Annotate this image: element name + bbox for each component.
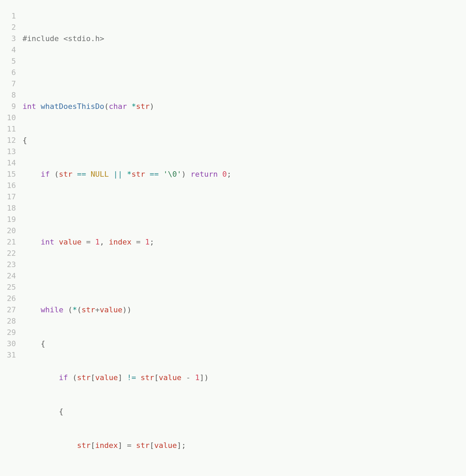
code-line: index++;	[18, 474, 232, 476]
code-lines: #include <stdio.h> int whatDoesThisDo(ch…	[18, 10, 232, 476]
paren: )	[204, 373, 209, 382]
operator: ==	[150, 170, 159, 178]
line-number: 17	[7, 191, 16, 202]
identifier: index	[95, 441, 118, 450]
line-number: 11	[7, 123, 16, 135]
keyword: while	[41, 305, 63, 314]
line-number: 3	[7, 33, 16, 44]
line-number: 29	[7, 327, 16, 338]
line-number-gutter: 1 2 3 4 5 6 7 8 9 10 11 12 13 14 15 16 1…	[7, 10, 18, 476]
code-line: #include <stdio.h>	[18, 33, 232, 44]
code-line	[18, 270, 232, 281]
line-number: 1	[7, 10, 16, 22]
bracket: [	[90, 373, 95, 382]
comma: ,	[100, 238, 104, 246]
operator: =	[86, 238, 90, 246]
code-line: while (*(str+value))	[18, 304, 232, 315]
identifier: str	[132, 170, 145, 178]
operator: *	[132, 102, 136, 111]
identifier: value	[159, 373, 181, 382]
bracket: ]	[118, 373, 122, 382]
code-line: if (str[value] != str[value - 1])	[18, 372, 232, 383]
code-line: {	[18, 406, 232, 417]
keyword: char	[109, 102, 127, 111]
code-line	[18, 67, 232, 78]
bracket: [	[150, 441, 154, 450]
bracket: [	[154, 373, 159, 382]
identifier: str	[77, 373, 91, 382]
paren: (	[72, 373, 77, 382]
identifier: str	[140, 373, 154, 382]
identifier: str	[82, 305, 95, 314]
line-number: 13	[7, 146, 16, 157]
number: 0	[222, 170, 227, 178]
operator: ||	[113, 170, 123, 178]
constant: NULL	[90, 170, 109, 178]
bracket: ]	[199, 373, 204, 382]
line-number: 23	[7, 259, 16, 270]
code-line: int whatDoesThisDo(char *str)	[18, 101, 232, 112]
keyword: return	[191, 170, 218, 178]
keyword: int	[23, 102, 36, 111]
number: 1	[95, 238, 100, 246]
bracket: ]	[177, 441, 181, 450]
semicolon: ;	[227, 170, 231, 178]
line-number: 20	[7, 225, 16, 236]
code-line: str[index] = str[value];	[18, 440, 232, 451]
paren: (	[104, 102, 109, 111]
brace: {	[59, 407, 63, 416]
identifier: value	[95, 373, 118, 382]
code-line	[18, 202, 232, 214]
line-number: 9	[7, 101, 16, 112]
identifier: str	[59, 170, 73, 178]
operator: -	[186, 373, 191, 382]
number: 1	[145, 238, 149, 246]
identifier: value	[59, 238, 82, 246]
paren: )	[150, 102, 154, 111]
line-number: 10	[7, 112, 16, 123]
paren: )	[181, 170, 186, 178]
line-number: 7	[7, 78, 16, 89]
line-number: 27	[7, 304, 16, 315]
line-number: 30	[7, 338, 16, 349]
line-number: 31	[7, 349, 16, 361]
code-line: int value = 1, index = 1;	[18, 236, 232, 248]
keyword: int	[41, 238, 54, 246]
paren: (	[68, 305, 72, 314]
line-number: 4	[7, 44, 16, 55]
identifier: value	[154, 441, 177, 450]
line-number: 16	[7, 180, 16, 191]
code-line: {	[18, 135, 232, 146]
identifier: value	[100, 305, 122, 314]
line-number: 22	[7, 248, 16, 259]
char-literal: '\0'	[163, 170, 181, 178]
operator: =	[136, 238, 140, 246]
line-number: 15	[7, 168, 16, 180]
line-number: 5	[7, 55, 16, 67]
line-number: 2	[7, 22, 16, 33]
brace: {	[41, 339, 45, 348]
semicolon: ;	[181, 441, 186, 450]
code-line: {	[18, 338, 232, 349]
line-number: 26	[7, 293, 16, 304]
function-name: whatDoesThisDo	[41, 102, 104, 111]
operator: *	[127, 170, 131, 178]
operator: !=	[127, 373, 136, 382]
code-block: 1 2 3 4 5 6 7 8 9 10 11 12 13 14 15 16 1…	[7, 10, 459, 476]
code-line: if (str == NULL || *str == '\0') return …	[18, 168, 232, 180]
identifier: str	[136, 441, 150, 450]
line-number: 6	[7, 67, 16, 78]
operator: *	[72, 305, 77, 314]
paren: (	[77, 305, 82, 314]
keyword: if	[41, 170, 50, 178]
semicolon: ;	[150, 238, 154, 246]
identifier: index	[109, 238, 131, 246]
line-number: 8	[7, 89, 16, 101]
operator: =	[127, 441, 131, 450]
operator: +	[95, 305, 100, 314]
brace: {	[23, 136, 27, 145]
bracket: [	[90, 441, 95, 450]
line-number: 14	[7, 157, 16, 168]
preprocessor-directive: #include <stdio.h>	[23, 34, 104, 43]
line-number: 12	[7, 135, 16, 146]
